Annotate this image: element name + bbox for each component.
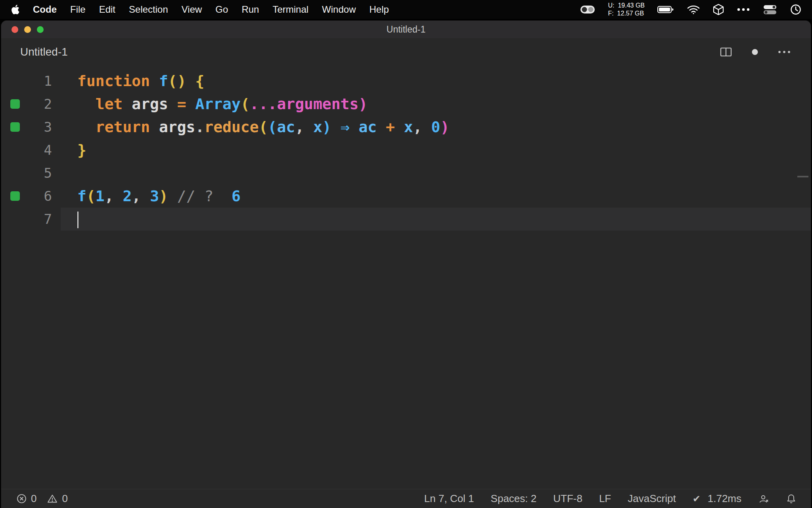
- split-editor-icon[interactable]: [720, 46, 732, 58]
- apple-menu-icon[interactable]: [10, 4, 21, 15]
- quokka-coverage-marker[interactable]: [10, 191, 20, 201]
- tab-untitled-1[interactable]: Untitled-1: [20, 46, 68, 58]
- status-problems[interactable]: 0 0: [16, 493, 68, 505]
- quokka-time: 1.72ms: [708, 493, 741, 505]
- line-number: 1: [29, 73, 52, 89]
- line-number: 5: [29, 165, 52, 181]
- code-editor[interactable]: 1function f() {2 let args = Array(...arg…: [1, 66, 811, 489]
- code-text: }: [77, 141, 86, 159]
- code-lines: 1function f() {2 let args = Array(...arg…: [1, 69, 811, 231]
- status-bar: 0 0 Ln 7, Col 1 Spaces: 2 UTF-8 LF JavaS…: [1, 489, 811, 508]
- encoding-setting[interactable]: UTF-8: [553, 493, 582, 505]
- editor-header: Untitled-1: [1, 38, 811, 66]
- wifi-icon[interactable]: [687, 4, 700, 15]
- error-count[interactable]: 0: [16, 493, 36, 505]
- menu-item-run[interactable]: Run: [235, 4, 266, 15]
- ellipsis-icon[interactable]: [737, 8, 750, 12]
- menu-item-go[interactable]: Go: [209, 4, 235, 15]
- status-right: Ln 7, Col 1 Spaces: 2 UTF-8 LF JavaScrip…: [424, 493, 797, 505]
- menu-item-view[interactable]: View: [175, 4, 209, 15]
- line-number: 7: [29, 211, 52, 227]
- code-line[interactable]: 7: [1, 208, 811, 231]
- check-icon: ✔: [693, 493, 701, 504]
- warning-count[interactable]: 0: [47, 493, 67, 505]
- code-text: let args = Array(...arguments): [77, 95, 368, 113]
- cursor-position[interactable]: Ln 7, Col 1: [424, 493, 474, 505]
- more-actions-icon[interactable]: [778, 50, 791, 54]
- warning-icon: [47, 493, 58, 504]
- code-line[interactable]: 5: [1, 162, 811, 185]
- language-mode[interactable]: JavaScript: [628, 493, 676, 505]
- zoom-button[interactable]: [37, 26, 44, 33]
- battery-icon[interactable]: [657, 5, 674, 14]
- text-cursor: [77, 212, 79, 228]
- menu-item-edit[interactable]: Edit: [92, 4, 122, 15]
- clock-icon[interactable]: [790, 4, 802, 15]
- display-toggle-icon[interactable]: [763, 4, 777, 15]
- quokka-status[interactable]: ✔ 1.72ms: [693, 493, 741, 505]
- cube-icon[interactable]: [713, 4, 724, 15]
- menu-item-code[interactable]: Code: [26, 4, 63, 15]
- line-number: 4: [29, 142, 52, 158]
- window-controls: [11, 21, 44, 38]
- code-text: [77, 210, 79, 228]
- menu-item-terminal[interactable]: Terminal: [266, 4, 315, 15]
- bell-icon[interactable]: [786, 493, 797, 504]
- menu-item-window[interactable]: Window: [315, 4, 362, 15]
- indentation-setting[interactable]: Spaces: 2: [491, 493, 537, 505]
- circle-indicator-icon[interactable]: [751, 48, 758, 56]
- menu-item-file[interactable]: File: [63, 4, 92, 15]
- warning-count-value: 0: [62, 493, 67, 505]
- code-line[interactable]: 3 return args.reduce((ac, x) ⇒ ac + x, 0…: [1, 115, 811, 139]
- account-icon[interactable]: [758, 493, 769, 504]
- toggles-icon[interactable]: [580, 4, 596, 15]
- menu-left: Code File Edit Selection View Go Run Ter…: [10, 4, 396, 15]
- editor-actions: [720, 46, 791, 58]
- code-line[interactable]: 1function f() {: [1, 69, 811, 92]
- memory-used: U: 19.43 GB: [608, 2, 645, 9]
- close-button[interactable]: [11, 26, 18, 33]
- window-titlebar[interactable]: Untitled-1: [1, 21, 811, 38]
- menu-status-tray: U: 19.43 GB F: 12.57 GB: [580, 2, 802, 17]
- vscode-window: Untitled-1 Untitled-1 1function f() {2 l…: [1, 21, 811, 508]
- code-line[interactable]: 6f(1, 2, 3) // ? 6: [1, 185, 811, 208]
- code-text: f(1, 2, 3) // ? 6: [77, 187, 241, 205]
- error-count-value: 0: [31, 493, 36, 505]
- menu-item-selection[interactable]: Selection: [122, 4, 175, 15]
- code-text: function f() {: [77, 72, 204, 90]
- macos-menu-bar: Code File Edit Selection View Go Run Ter…: [0, 0, 812, 19]
- memory-readout[interactable]: U: 19.43 GB F: 12.57 GB: [608, 2, 645, 17]
- quokka-coverage-marker[interactable]: [10, 122, 20, 132]
- eol-setting[interactable]: LF: [599, 493, 611, 505]
- code-line[interactable]: 2 let args = Array(...arguments): [1, 92, 811, 115]
- gutter: [1, 99, 29, 109]
- code-line[interactable]: 4}: [1, 139, 811, 162]
- code-text: return args.reduce((ac, x) ⇒ ac + x, 0): [77, 118, 449, 136]
- minimize-button[interactable]: [24, 26, 31, 33]
- line-number: 2: [29, 96, 52, 112]
- gutter: [1, 191, 29, 201]
- error-icon: [16, 493, 27, 504]
- gutter: [1, 122, 29, 132]
- scrollbar-thumb[interactable]: [797, 176, 808, 177]
- quokka-coverage-marker[interactable]: [10, 99, 20, 109]
- line-number: 3: [29, 119, 52, 135]
- memory-free: F: 12.57 GB: [608, 10, 644, 17]
- line-number: 6: [29, 188, 52, 204]
- window-title: Untitled-1: [387, 24, 425, 35]
- menu-item-help[interactable]: Help: [362, 4, 395, 15]
